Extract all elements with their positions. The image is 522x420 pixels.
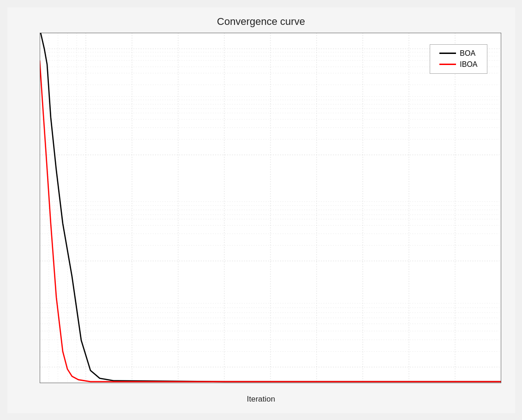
legend-item-boa: BOA [439, 49, 477, 58]
legend-item-iboa: IBOA [439, 60, 477, 69]
chart-svg: 0 50 100 150 200 250 300 350 400 450 500… [40, 33, 501, 383]
iboa-legend-line [439, 64, 456, 65]
boa-legend-line [439, 53, 456, 54]
chart-title: Convergence curve [217, 16, 305, 28]
legend: BOA IBOA [430, 44, 487, 74]
iboa-legend-label: IBOA [460, 60, 477, 69]
x-axis-label: Iteration [247, 395, 275, 404]
chart-container: Convergence curve Best score obtained so… [7, 7, 515, 413]
boa-legend-label: BOA [460, 49, 475, 58]
